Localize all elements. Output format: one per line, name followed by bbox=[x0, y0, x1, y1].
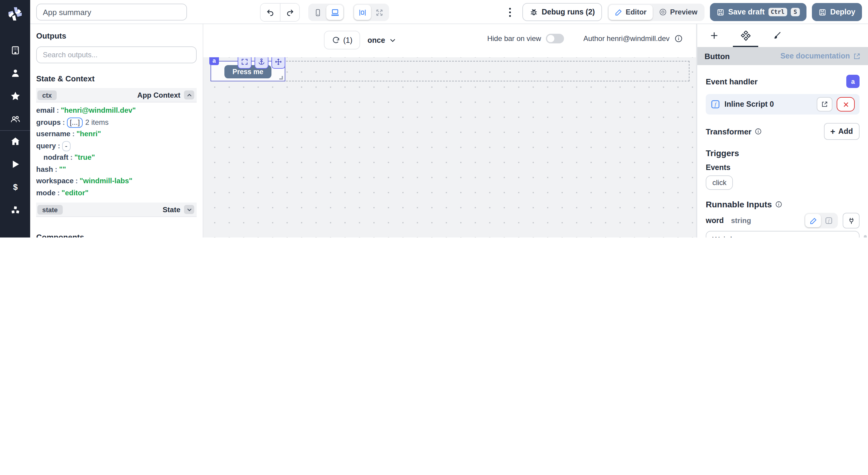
mobile-view-button[interactable] bbox=[309, 5, 326, 20]
centered-layout-button[interactable] bbox=[354, 5, 371, 20]
component-id-badge: a bbox=[209, 57, 219, 65]
more-options-kebab-menu[interactable] bbox=[509, 7, 511, 16]
json-entry: hash:"" bbox=[36, 164, 197, 175]
editor-preview-toggle: Editor Preview bbox=[608, 3, 705, 21]
save-icon bbox=[819, 8, 827, 16]
bug-icon bbox=[530, 8, 538, 16]
move-component-button[interactable] bbox=[272, 57, 285, 69]
resources-cubes-icon[interactable] bbox=[0, 204, 30, 216]
windmill-app-editor: $ bbox=[0, 0, 868, 238]
static-vs-expr-toggle: f bbox=[804, 213, 838, 229]
expand-json-box[interactable]: - bbox=[62, 141, 70, 151]
ctx-badge: ctx bbox=[37, 90, 57, 100]
json-entry: username:"henri" bbox=[36, 128, 197, 140]
info-icon[interactable] bbox=[674, 34, 683, 43]
app-summary-input[interactable] bbox=[36, 4, 187, 21]
top-toolbar: Debug runs (2) Editor Preview Save draft… bbox=[30, 0, 868, 24]
function-icon: f bbox=[711, 99, 720, 109]
function-f-icon[interactable]: f bbox=[821, 214, 837, 227]
json-entry: query:- bbox=[36, 140, 197, 152]
search-outputs-input[interactable] bbox=[36, 46, 197, 63]
chevron-down-icon bbox=[390, 36, 397, 44]
hide-bar-toggle[interactable] bbox=[546, 34, 564, 43]
windmill-logo-icon[interactable] bbox=[6, 5, 24, 23]
component-settings-tab[interactable] bbox=[730, 24, 761, 47]
preview-target-icon bbox=[659, 8, 667, 16]
svg-text:f: f bbox=[828, 219, 830, 223]
event-handler-component-badge: a bbox=[846, 75, 860, 88]
event-handler-title: Event handler bbox=[706, 77, 757, 86]
event-chip[interactable]: click bbox=[706, 175, 733, 190]
static-pencil-icon[interactable] bbox=[805, 214, 821, 227]
json-entry: mode:"editor" bbox=[36, 187, 197, 199]
desktop-view-button[interactable] bbox=[326, 5, 343, 20]
connect-plug-icon[interactable] bbox=[843, 213, 860, 229]
component-type: Button bbox=[705, 52, 730, 61]
undo-button[interactable] bbox=[260, 4, 280, 21]
undo-redo-group bbox=[260, 3, 300, 22]
author-label: Author henri@windmill.dev bbox=[583, 34, 670, 43]
ctx-title: App Context bbox=[137, 91, 180, 99]
user-icon[interactable] bbox=[0, 68, 30, 79]
open-script-external-button[interactable] bbox=[817, 97, 832, 111]
expand-json-box[interactable]: [...] bbox=[67, 117, 83, 128]
triggers-title: Triggers bbox=[706, 148, 860, 158]
full-width-layout-button[interactable] bbox=[371, 5, 388, 20]
word-value-input[interactable] bbox=[706, 231, 860, 238]
editor-tab[interactable]: Editor bbox=[609, 4, 652, 20]
user-group-icon[interactable] bbox=[0, 113, 30, 125]
home-icon[interactable] bbox=[0, 135, 30, 147]
layout-toggle bbox=[353, 4, 389, 21]
info-icon[interactable] bbox=[754, 128, 762, 135]
anchor-component-button[interactable] bbox=[254, 57, 269, 69]
runs-play-icon[interactable] bbox=[0, 158, 30, 170]
json-entry: workspace:"windmill-labs" bbox=[36, 175, 197, 187]
refresh-icon bbox=[332, 36, 340, 44]
component-type-header: Button See documentation bbox=[697, 47, 868, 65]
paintbrush-icon bbox=[772, 31, 782, 40]
save-icon bbox=[717, 8, 724, 16]
state-header-row[interactable]: state State bbox=[36, 203, 197, 217]
runnable-inputs-title: Runnable Inputs bbox=[706, 200, 782, 209]
ctrl-key-badge: Ctrl bbox=[768, 8, 787, 16]
redo-button[interactable] bbox=[280, 4, 299, 21]
s-key-badge: S bbox=[790, 8, 800, 16]
deploy-button[interactable]: Deploy bbox=[812, 3, 862, 21]
selected-component-a[interactable]: a Press me bbox=[211, 61, 285, 81]
info-icon[interactable] bbox=[775, 201, 782, 208]
refresh-runnables-button[interactable]: (1) bbox=[324, 31, 361, 49]
svg-text:$: $ bbox=[13, 182, 17, 192]
add-transformer-button[interactable]: +Add bbox=[824, 123, 860, 140]
buildings-icon[interactable] bbox=[0, 45, 30, 57]
ctx-json-viewer: email:"henri@windmill.dev"groups:[...]2 … bbox=[36, 105, 197, 199]
events-title: Events bbox=[706, 163, 860, 172]
state-title: State bbox=[162, 205, 180, 214]
hide-bar-label: Hide bar on view bbox=[487, 34, 541, 43]
transformer-title: Transformer bbox=[706, 127, 762, 136]
word-input-label: wordstring bbox=[706, 216, 751, 225]
insert-component-tab[interactable] bbox=[699, 24, 730, 47]
see-documentation-link[interactable]: See documentation bbox=[780, 52, 861, 60]
ctx-header-row[interactable]: ctx App Context bbox=[36, 88, 197, 102]
components-diamond-icon bbox=[740, 30, 751, 41]
star-icon[interactable] bbox=[0, 91, 30, 102]
collapse-chevron-up-icon[interactable] bbox=[184, 91, 194, 99]
component-settings-panel: Button See documentation Event handler a… bbox=[697, 24, 868, 238]
inspector-tabs bbox=[697, 24, 868, 47]
canvas-grid[interactable]: a Press me − 100% + bbox=[203, 57, 696, 238]
expand-chevron-down-icon[interactable] bbox=[184, 205, 194, 214]
save-draft-button[interactable]: Save draft Ctrl S bbox=[710, 3, 806, 21]
styling-brush-tab[interactable] bbox=[761, 24, 793, 47]
run-mode-select[interactable]: once bbox=[368, 36, 397, 44]
preview-tab[interactable]: Preview bbox=[653, 4, 704, 20]
inspector-scrollbar[interactable] bbox=[864, 235, 867, 238]
variables-dollar-icon[interactable]: $ bbox=[0, 181, 30, 193]
event-handler-script-row[interactable]: f Inline Script 0 bbox=[706, 94, 860, 114]
main-sidebar: $ bbox=[0, 0, 30, 238]
svg-text:f: f bbox=[715, 101, 717, 107]
resize-handle[interactable] bbox=[279, 76, 283, 79]
remove-script-button[interactable] bbox=[837, 97, 855, 111]
app-canvas: (1) once Hide bar on view Author henri@w… bbox=[203, 24, 697, 238]
expand-component-button[interactable] bbox=[238, 57, 251, 69]
debug-runs-button[interactable]: Debug runs (2) bbox=[522, 3, 602, 21]
